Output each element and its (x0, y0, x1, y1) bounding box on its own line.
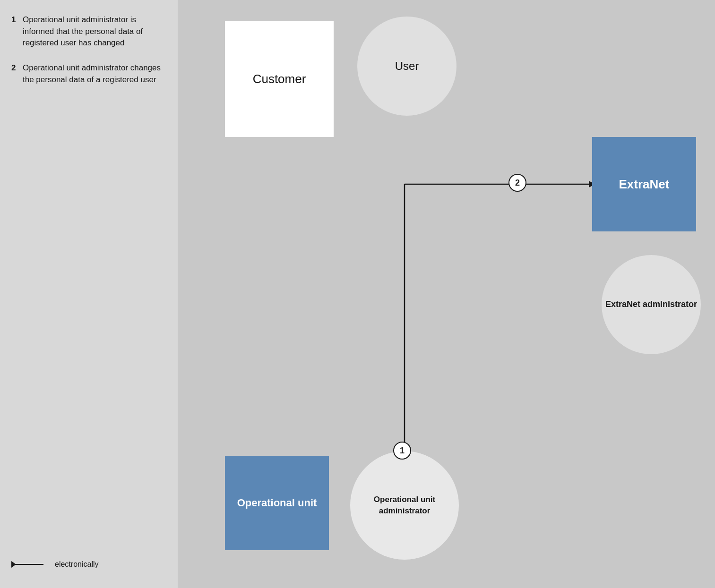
diagram-area: Customer User ExtraNet ExtraNet administ… (178, 0, 715, 588)
step-text-2: Operational unit administrator changes t… (23, 62, 166, 85)
customer-label: Customer (253, 72, 306, 86)
extranet-shape: ExtraNet (592, 137, 696, 231)
user-label: User (395, 60, 419, 73)
step-text-1: Operational unit administrator is inform… (23, 14, 166, 49)
operational-unit-admin-shape: Operational unit administrator (350, 451, 459, 560)
extranet-label: ExtraNet (619, 177, 670, 192)
badge-2: 2 (508, 174, 526, 192)
legend-arrow-icon (11, 560, 49, 569)
sidebar-item-1: 1 Operational unit administrator is info… (11, 14, 166, 49)
sidebar-item-2: 2 Operational unit administrator changes… (11, 62, 166, 85)
operational-unit-shape: Operational unit (225, 456, 329, 550)
extranet-admin-label: ExtraNet administrator (605, 298, 697, 310)
legend-label: electronically (55, 560, 98, 569)
operational-unit-label: Operational unit (237, 496, 317, 511)
step-number-1: 1 (11, 14, 18, 49)
user-shape: User (357, 17, 457, 116)
badge-1: 1 (393, 442, 411, 460)
extranet-admin-shape: ExtraNet administrator (602, 255, 701, 354)
operational-unit-admin-label: Operational unit administrator (350, 494, 459, 517)
legend: electronically (11, 560, 166, 574)
step-number-2: 2 (11, 62, 18, 85)
customer-shape: Customer (225, 21, 334, 137)
sidebar: 1 Operational unit administrator is info… (0, 0, 178, 588)
sidebar-steps: 1 Operational unit administrator is info… (11, 14, 166, 85)
